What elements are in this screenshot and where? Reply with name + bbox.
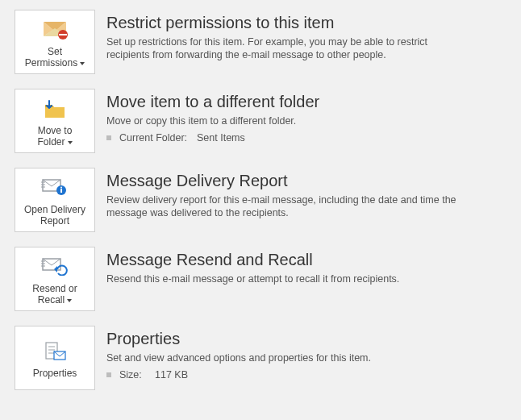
section-title: Move item to a different folder [106,92,506,111]
section-body: Set up restrictions for this item. For e… [106,35,461,61]
tile-label: Folder [37,136,65,148]
current-folder-label: Current Folder: [119,132,189,143]
delivery-description: Message Delivery Report Review delivery … [106,168,506,219]
tile-label: Move to [38,125,73,136]
envelope-resend-icon [41,256,69,278]
envelope-info-icon [41,177,69,199]
properties-button[interactable]: Properties [15,326,95,390]
row-properties: Properties Properties Set and view advan… [15,326,506,390]
bullet-icon [106,372,111,377]
section-title: Message Resend and Recall [106,250,506,269]
svg-point-13 [60,187,62,189]
open-delivery-report-button[interactable]: Open Delivery Report [15,168,95,232]
row-move: Move to Folder Move item to a different … [15,89,506,153]
set-permissions-button[interactable]: Set Permissions [15,10,95,74]
move-description: Move item to a different folder Move or … [106,89,506,143]
properties-description: Properties Set and view advanced options… [106,326,506,380]
info-panel: Set Permissions Restrict permissions to … [0,0,521,420]
current-folder-value: Sent Items [197,132,245,143]
resend-description: Message Resend and Recall Resend this e-… [106,247,506,285]
row-delivery: Open Delivery Report Message Delivery Re… [15,168,506,232]
section-title: Properties [106,329,506,348]
move-to-folder-button[interactable]: Move to Folder [15,89,95,153]
section-title: Message Delivery Report [106,171,506,190]
tile-label: Open Delivery [24,204,85,215]
svg-line-7 [43,180,52,186]
tile-label: Resend or [32,283,77,294]
row-permissions: Set Permissions Restrict permissions to … [15,10,506,74]
svg-line-8 [52,180,60,186]
section-title: Restrict permissions to this item [106,13,506,32]
section-body: Set and view advanced options and proper… [106,351,461,364]
size-value: 117 KB [155,369,188,380]
size-line: Size: 117 KB [106,369,506,380]
svg-marker-21 [54,266,57,272]
envelope-blocked-icon [42,19,68,41]
size-label: Size: [119,369,147,380]
svg-rect-14 [60,189,62,193]
chevron-down-icon [67,299,72,302]
chevron-down-icon [80,62,85,65]
folder-move-icon [42,98,68,120]
section-body: Move or copy this item to a different fo… [106,114,461,127]
tile-label: Recall [38,294,65,306]
section-body: Resend this e-mail message or attempt to… [106,272,461,285]
svg-rect-5 [59,34,67,35]
svg-line-17 [52,259,60,265]
chevron-down-icon [68,141,73,144]
resend-recall-button[interactable]: Resend or Recall [15,247,95,311]
section-body: Review delivery report for this e-mail m… [106,193,461,219]
properties-icon [42,340,68,363]
svg-line-16 [43,259,52,265]
tile-label: Report [40,215,69,227]
bullet-icon [106,135,111,140]
tile-label: Set [48,46,62,57]
permissions-description: Restrict permissions to this item Set up… [106,10,506,61]
tile-label: Permissions [25,57,77,69]
current-folder-line: Current Folder: Sent Items [106,132,506,143]
tile-label: Properties [33,368,77,379]
row-resend: Resend or Recall Message Resend and Reca… [15,247,506,311]
